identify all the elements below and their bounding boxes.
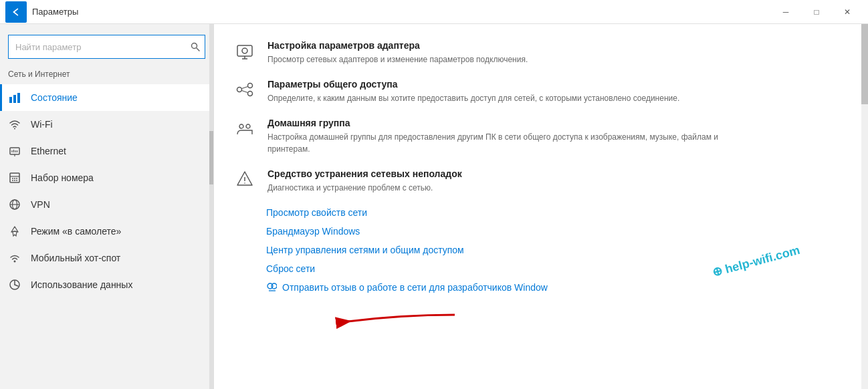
sidebar-section-title: Сеть и Интернет (0, 67, 213, 84)
content-section-homegroup: Домашняя группа Настройка домашней групп… (235, 118, 841, 155)
ethernet-icon (8, 144, 21, 158)
svg-point-39 (272, 283, 277, 289)
sidebar-item-wifi-label: Wi-Fi (31, 119, 53, 130)
svg-point-15 (14, 178, 15, 179)
sidebar-item-dialup-label: Набор номера (31, 172, 94, 183)
svg-point-5 (14, 128, 15, 130)
sidebar-item-hotspot-label: Мобильный хот-спот (31, 253, 120, 263)
airplane-icon (8, 225, 21, 238)
link-view-props[interactable]: Просмотр свойств сети (266, 207, 841, 218)
network-icon (8, 91, 21, 104)
svg-point-19 (16, 180, 17, 181)
sidebar-item-state[interactable]: Состояние (0, 84, 213, 111)
svg-rect-25 (237, 45, 252, 56)
datausage-icon (8, 278, 21, 291)
svg-point-37 (244, 182, 245, 184)
adapter-title: Настройка параметров адаптера (267, 40, 528, 51)
links-section: Просмотр свойств сети Брандмауэр Windows… (235, 207, 841, 293)
svg-point-0 (192, 43, 197, 49)
content-section-adapter: Настройка параметров адаптера Просмотр с… (235, 40, 841, 66)
content-section-sharing: Параметры общего доступа Определите, к к… (235, 79, 841, 104)
maximize-button[interactable]: □ (801, 1, 832, 23)
sidebar-item-datausage[interactable]: Использование данных (0, 271, 213, 298)
homegroup-icon (235, 119, 254, 138)
homegroup-description: Настройка домашней группы для предоставл… (267, 131, 736, 155)
search-container (8, 35, 205, 59)
close-button[interactable]: ✕ (832, 1, 863, 23)
titlebar: Параметры ─ □ ✕ (0, 0, 868, 24)
svg-point-29 (237, 88, 242, 92)
sharing-description: Определите, к каким данным вы хотите пре… (267, 92, 679, 104)
svg-point-17 (12, 180, 13, 181)
sidebar-scrollbar-thumb[interactable] (209, 131, 213, 184)
svg-point-31 (248, 92, 253, 96)
content-panel: Настройка параметров адаптера Просмотр с… (214, 24, 868, 389)
svg-rect-2 (9, 97, 12, 103)
sharing-title: Параметры общего доступа (267, 79, 679, 90)
svg-point-23 (14, 261, 16, 263)
search-input[interactable] (8, 35, 205, 59)
troubleshoot-title: Средство устранения сетевых неполадок (267, 168, 462, 179)
svg-point-26 (242, 48, 247, 53)
dialup-icon (8, 171, 21, 184)
window-controls: ─ □ ✕ (770, 1, 863, 23)
sidebar-item-dialup[interactable]: Набор номера (0, 164, 213, 191)
svg-point-35 (246, 124, 250, 128)
svg-rect-3 (13, 95, 16, 103)
sidebar-item-airplane[interactable]: Режим «в самолете» (0, 218, 213, 245)
search-icon (191, 42, 200, 51)
svg-point-16 (16, 178, 17, 179)
troubleshoot-icon (235, 170, 254, 188)
homegroup-title: Домашняя группа (267, 118, 736, 128)
sidebar-item-state-label: Состояние (31, 92, 78, 103)
svg-point-18 (14, 180, 15, 181)
svg-line-1 (197, 48, 199, 51)
sidebar-item-vpn[interactable]: VPN (0, 191, 213, 218)
svg-rect-6 (10, 148, 19, 154)
vpn-icon (8, 198, 21, 211)
link-feedback[interactable]: Отправить отзыв о работе в сети для разр… (266, 282, 841, 293)
content-section-troubleshoot: Средство устранения сетевых неполадок Ди… (235, 168, 841, 194)
svg-line-32 (242, 87, 248, 89)
sidebar-scrollbar (209, 24, 213, 389)
homegroup-text: Домашняя группа Настройка домашней групп… (267, 118, 736, 155)
link-reset[interactable]: Сброс сети (266, 263, 841, 274)
link-network-center[interactable]: Центр управления сетями и общим доступом (266, 245, 841, 255)
troubleshoot-text: Средство устранения сетевых неполадок Ди… (267, 168, 462, 194)
adapter-icon (235, 41, 254, 60)
sidebar-item-wifi[interactable]: Wi-Fi (0, 111, 213, 138)
sharing-icon (235, 80, 254, 99)
feedback-icon (266, 282, 277, 293)
troubleshoot-description: Диагностика и устранение проблем с сетью… (267, 182, 462, 194)
svg-point-14 (12, 178, 13, 179)
sidebar-item-datausage-label: Использование данных (31, 279, 132, 290)
back-button[interactable] (5, 1, 27, 23)
minimize-button[interactable]: ─ (770, 1, 801, 23)
svg-point-34 (239, 124, 243, 128)
sidebar-item-ethernet[interactable]: Ethernet (0, 138, 213, 164)
wifi-icon (8, 118, 21, 131)
hotspot-icon (8, 251, 21, 265)
window-title: Параметры (32, 7, 770, 17)
sidebar-item-ethernet-label: Ethernet (31, 146, 66, 156)
svg-point-30 (248, 84, 253, 88)
main-area: Сеть и Интернет Состояние (0, 24, 868, 389)
sharing-text: Параметры общего доступа Определите, к к… (267, 79, 679, 104)
adapter-description: Просмотр сетевых адаптеров и изменение п… (267, 53, 528, 66)
content-scrollbar (861, 24, 868, 389)
sidebar-item-hotspot[interactable]: Мобильный хот-спот (0, 245, 213, 271)
adapter-text: Настройка параметров адаптера Просмотр с… (267, 40, 528, 66)
sidebar: Сеть и Интернет Состояние (0, 24, 214, 389)
link-firewall[interactable]: Брандмауэр Windows (266, 226, 841, 237)
sidebar-item-vpn-label: VPN (31, 199, 50, 210)
arrow-annotation-2 (334, 301, 468, 342)
content-scrollbar-thumb[interactable] (861, 24, 868, 104)
svg-rect-4 (17, 93, 20, 103)
svg-line-33 (242, 91, 248, 93)
sidebar-item-airplane-label: Режим «в самолете» (31, 226, 121, 237)
